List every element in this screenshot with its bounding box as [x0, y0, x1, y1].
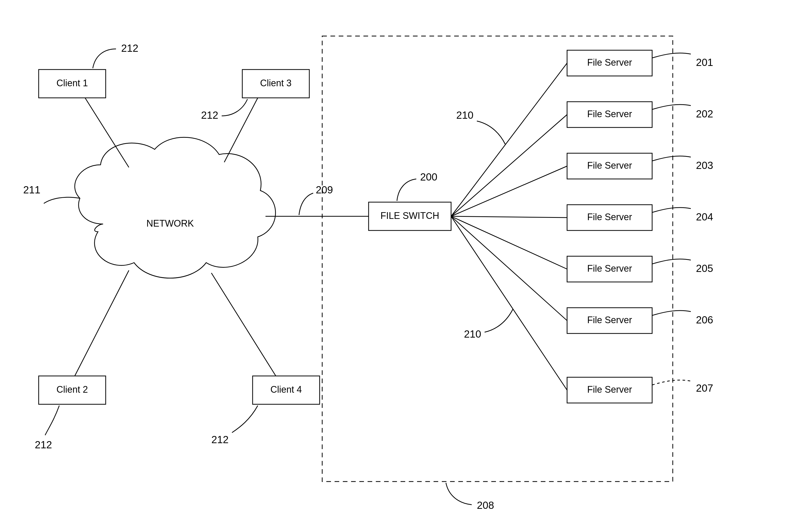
ref-212-c3: 212	[201, 110, 218, 121]
client-2: Client 2	[39, 270, 129, 404]
client-3: Client 3	[224, 70, 309, 162]
svg-line-14	[451, 166, 567, 216]
ref-201: 201	[696, 57, 713, 68]
ref-210-bot: 210	[464, 328, 481, 340]
file-server-3-label: File Server	[587, 160, 632, 171]
lead-212-c3	[222, 99, 248, 116]
svg-line-3	[224, 98, 258, 162]
lead-210-bot	[485, 309, 513, 332]
svg-line-16	[451, 216, 567, 217]
ref-207: 207	[696, 382, 713, 394]
ref-203: 203	[696, 160, 713, 171]
client-1-label: Client 1	[56, 78, 88, 88]
lead-207	[652, 380, 691, 385]
network-label: NETWORK	[146, 218, 194, 229]
ref-202: 202	[696, 108, 713, 119]
ref-212-c1: 212	[121, 42, 139, 54]
lead-205	[652, 259, 691, 264]
lead-206	[652, 310, 691, 316]
ref-210-top: 210	[456, 110, 473, 121]
svg-line-10	[451, 63, 567, 216]
file-server-4: File Server	[451, 205, 652, 230]
file-server-1: File Server	[451, 50, 652, 216]
ref-205: 205	[696, 263, 713, 274]
file-switch-label: FILE SWITCH	[380, 210, 439, 221]
lead-211	[44, 197, 80, 204]
ref-200: 200	[420, 171, 437, 183]
lead-200	[397, 179, 416, 201]
ref-208: 208	[477, 499, 494, 511]
svg-line-7	[211, 273, 276, 376]
file-server-2-label: File Server	[587, 109, 632, 119]
svg-line-1	[85, 98, 129, 167]
file-switch: FILE SWITCH	[368, 202, 451, 230]
ref-204: 204	[696, 211, 713, 223]
svg-line-12	[451, 115, 567, 216]
svg-line-20	[451, 216, 567, 321]
client-4: Client 4	[211, 273, 320, 404]
lead-202	[652, 104, 691, 110]
svg-line-5	[75, 270, 129, 376]
diagram-root: NETWORK Client 1 Client 3 Client 2 Clien…	[0, 0, 797, 532]
file-server-6-label: File Server	[587, 315, 632, 325]
client-4-label: Client 4	[270, 384, 302, 395]
lead-212-c4	[232, 405, 258, 433]
lead-204	[652, 208, 691, 212]
file-server-5-label: File Server	[587, 263, 632, 274]
file-server-7-label: File Server	[587, 384, 632, 395]
lead-209	[299, 193, 313, 215]
ref-206: 206	[696, 314, 713, 325]
ref-212-c2: 212	[35, 439, 52, 450]
file-server-4-label: File Server	[587, 212, 632, 222]
lead-212-c1	[93, 49, 116, 68]
ref-209: 209	[316, 184, 333, 195]
client-1: Client 1	[39, 70, 129, 167]
lead-210-top	[477, 121, 505, 144]
client-2-label: Client 2	[56, 384, 88, 395]
network-cloud: NETWORK	[75, 137, 275, 278]
lead-203	[652, 156, 691, 161]
lead-201	[652, 53, 691, 58]
ref-211: 211	[23, 184, 40, 195]
lead-212-c2	[45, 405, 59, 435]
ref-212-c4: 212	[211, 434, 229, 445]
file-server-1-label: File Server	[587, 57, 632, 68]
lead-208	[446, 483, 472, 505]
client-3-label: Client 3	[260, 78, 291, 88]
